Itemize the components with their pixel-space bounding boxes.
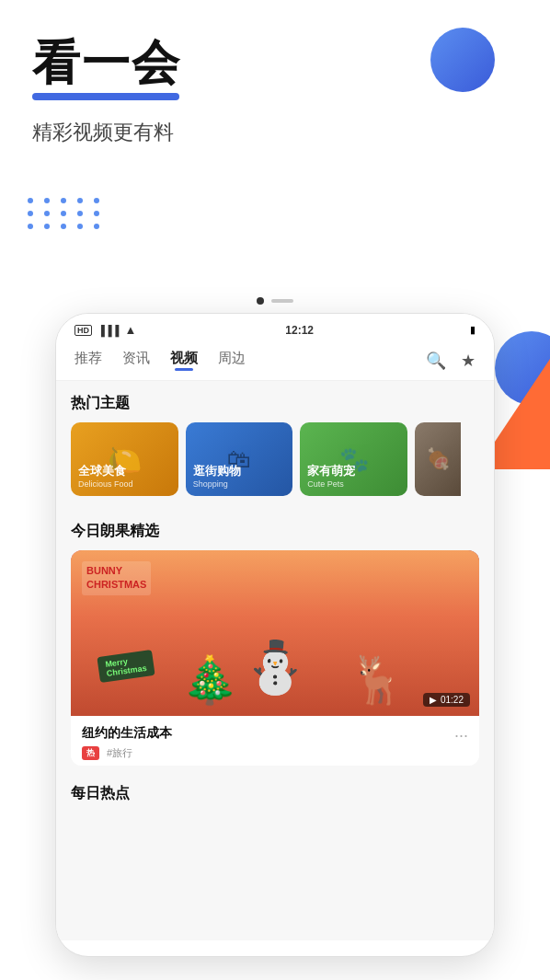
bunny-christmas-text: BUNNYCHRISTMAS bbox=[82, 561, 151, 595]
featured-info: 纽约的生活成本 ··· 热 #旅行 bbox=[71, 716, 479, 766]
battery-icon: ▮ bbox=[470, 324, 476, 336]
figure-right: 🦌 bbox=[349, 653, 406, 707]
hot-topics-list: 🍋 全球美食 Delicious Food 🛍 逛街购物 Shopping bbox=[71, 422, 479, 496]
play-icon: ▶ bbox=[430, 695, 437, 705]
featured-title: 今日朗果精选 bbox=[71, 509, 479, 550]
next-section-title: 每日热点 bbox=[71, 777, 479, 809]
nav-bar: 推荐 资讯 视频 周边 🔍 ★ bbox=[56, 342, 494, 381]
more-button[interactable]: ··· bbox=[454, 726, 468, 745]
topic-food-label: 全球美食 Delicious Food bbox=[78, 463, 133, 489]
topic-shopping-label: 逛街购物 Shopping bbox=[193, 463, 241, 489]
nav-icons: 🔍 ★ bbox=[426, 351, 476, 371]
figure-center: ⛄ bbox=[244, 638, 307, 698]
nav-recommend[interactable]: 推荐 bbox=[74, 350, 102, 371]
topic-card-shopping[interactable]: 🛍 逛街购物 Shopping bbox=[186, 422, 293, 496]
phone-content: 热门主题 🍋 全球美食 Delicious Food 🛍 逛街购物 bbox=[56, 381, 494, 940]
search-icon[interactable]: 🔍 bbox=[426, 351, 446, 371]
topic-card-food[interactable]: 🍋 全球美食 Delicious Food bbox=[71, 422, 178, 496]
status-time: 12:12 bbox=[285, 324, 314, 337]
topic-card-pets[interactable]: 🐾 家有萌宠 Cute Pets bbox=[300, 422, 407, 496]
hero-underline bbox=[32, 93, 179, 100]
pagination bbox=[0, 290, 550, 312]
hot-topics-title: 热门主题 bbox=[71, 381, 479, 422]
topic-pets-label: 家有萌宠 Cute Pets bbox=[307, 463, 355, 489]
status-bar: HD ▐▐▐ ▲ 12:12 ▮ bbox=[56, 314, 494, 342]
wifi-icon: ▲ bbox=[124, 323, 136, 337]
hero-subtitle: 精彩视频更有料 bbox=[32, 119, 181, 146]
featured-tags: 热 #旅行 bbox=[82, 746, 468, 760]
page-dash bbox=[271, 299, 293, 303]
blue-circle-decoration bbox=[430, 28, 495, 92]
travel-tag: #旅行 bbox=[107, 746, 132, 760]
hot-badge: 热 bbox=[82, 746, 99, 760]
featured-card[interactable]: BUNNYCHRISTMAS 🎄 ⛄ 🦌 MerryChristmas ▶ 01… bbox=[71, 550, 479, 766]
featured-video-title: 纽约的生活成本 bbox=[82, 725, 172, 742]
video-duration: ▶ 01:22 bbox=[423, 693, 470, 707]
star-icon[interactable]: ★ bbox=[461, 351, 476, 371]
page-dot-1[interactable] bbox=[257, 297, 264, 305]
nav-nearby[interactable]: 周边 bbox=[218, 350, 246, 371]
nav-video[interactable]: 视频 bbox=[170, 350, 198, 371]
featured-image: BUNNYCHRISTMAS 🎄 ⛄ 🦌 MerryChristmas ▶ 01… bbox=[71, 550, 479, 716]
dot-grid-decoration bbox=[28, 198, 103, 229]
nav-news[interactable]: 资讯 bbox=[122, 350, 150, 371]
phone-mockup: HD ▐▐▐ ▲ 12:12 ▮ 推荐 资讯 视频 周边 🔍 ★ 热门主题 🍋 bbox=[55, 313, 495, 957]
topic-card-extra[interactable]: 🍖 bbox=[415, 422, 479, 496]
hero-section: 看一会 精彩视频更有料 bbox=[32, 37, 181, 146]
status-left: HD ▐▐▐ ▲ bbox=[74, 323, 136, 337]
hd-badge: HD bbox=[74, 325, 92, 336]
figure-left: 🎄 bbox=[181, 653, 238, 707]
signal-bars: ▐▐▐ bbox=[97, 325, 119, 336]
hero-title: 看一会 bbox=[32, 37, 181, 89]
